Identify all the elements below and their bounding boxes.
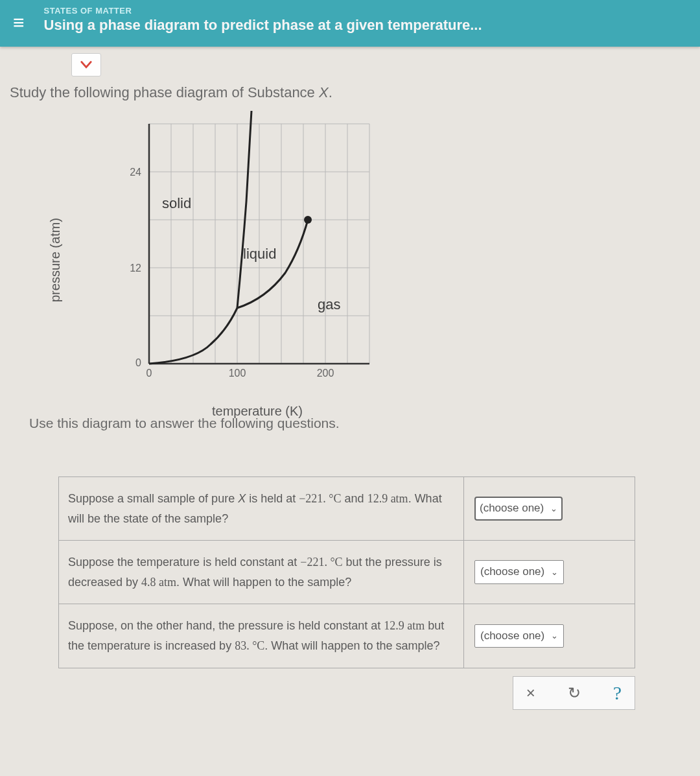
xtick-200: 200 <box>317 368 334 379</box>
instruction-1: Study the following phase diagram of Sub… <box>10 84 694 101</box>
instr1a: Study the following phase diagram of Sub… <box>10 84 319 100</box>
chevron-down-icon: ⌄ <box>550 502 557 516</box>
content-area: Study the following phase diagram of Sub… <box>0 53 700 710</box>
chevron-down-icon <box>80 60 92 69</box>
x-axis-label: temperature (K) <box>212 404 303 419</box>
critical-point <box>304 216 312 224</box>
question-1: Suppose a small sample of pure X is held… <box>59 477 464 541</box>
q2-pre: Suppose the temperature is held constant… <box>68 556 300 569</box>
answer-3-select[interactable]: (choose one) ⌄ <box>474 624 564 648</box>
q3-val1: 12.9 atm <box>384 619 425 632</box>
question-table: Suppose a small sample of pure X is held… <box>58 476 635 668</box>
ytick-12: 12 <box>130 263 141 274</box>
q1-var: X <box>238 492 246 505</box>
q2-val1: −221. °C <box>300 556 342 569</box>
region-gas-label: gas <box>318 296 340 313</box>
reset-button[interactable]: ↻ <box>561 683 587 703</box>
region-solid-label: solid <box>162 195 191 212</box>
q2-post: . What will happen to the sample? <box>176 576 351 589</box>
region-liquid-label: liquid <box>243 246 276 263</box>
instr1b: X <box>319 84 329 100</box>
question-3: Suppose, on the other hand, the pressure… <box>59 604 464 668</box>
bottom-toolbar: × ↻ ? <box>58 676 635 710</box>
answer-3-cell: (choose one) ⌄ <box>464 604 635 668</box>
a2-label: (choose one) <box>480 563 544 582</box>
q3-val2: 83. °C <box>235 639 264 652</box>
q3-post: . What will happen to the sample? <box>264 639 439 652</box>
hint-dropdown-button[interactable] <box>71 53 101 76</box>
chart-svg: 24 12 0 0 100 200 <box>97 104 382 390</box>
ytick-24: 24 <box>130 167 141 178</box>
answer-2-cell: (choose one) ⌄ <box>464 541 635 604</box>
table-row: Suppose a small sample of pure X is held… <box>59 477 635 541</box>
category-label: STATES OF MATTER <box>44 6 482 16</box>
answer-1-select[interactable]: (choose one) ⌄ <box>474 497 563 521</box>
ytick-0: 0 <box>135 357 141 368</box>
chevron-down-icon: ⌄ <box>551 565 558 580</box>
instruction-2: Use this diagram to answer the following… <box>29 416 694 431</box>
y-axis-label: pressure (atm) <box>48 218 63 302</box>
xtick-0: 0 <box>146 368 152 379</box>
a3-label: (choose one) <box>480 627 544 646</box>
action-box: × ↻ ? <box>513 676 635 710</box>
page-header: ≡ STATES OF MATTER Using a phase diagram… <box>0 0 700 47</box>
fusion-curve <box>237 111 251 308</box>
help-button[interactable]: ? <box>607 681 628 705</box>
q1-mid2: and <box>342 492 368 505</box>
page-title: Using a phase diagram to predict phase a… <box>44 17 482 34</box>
q1-val2: 12.9 atm <box>368 492 408 505</box>
phase-diagram-chart: pressure (atm) temperature (K) <box>65 104 415 416</box>
a1-label: (choose one) <box>480 499 544 518</box>
q1-val1: −221. °C <box>299 492 341 505</box>
table-row: Suppose the temperature is held constant… <box>59 541 635 604</box>
header-text: STATES OF MATTER Using a phase diagram t… <box>44 6 482 34</box>
q1-pre: Suppose a small sample of pure <box>68 492 238 505</box>
chevron-down-icon: ⌄ <box>551 629 558 643</box>
menu-icon[interactable]: ≡ <box>13 12 25 34</box>
answer-1-cell: (choose one) ⌄ <box>464 477 635 541</box>
q3-pre: Suppose, on the other hand, the pressure… <box>68 619 384 632</box>
clear-button[interactable]: × <box>520 683 542 703</box>
xtick-100: 100 <box>229 368 246 379</box>
table-row: Suppose, on the other hand, the pressure… <box>59 604 635 668</box>
q1-mid: is held at <box>246 492 299 505</box>
vaporization-curve <box>237 220 308 308</box>
question-2: Suppose the temperature is held constant… <box>59 541 464 604</box>
q2-val2: 4.8 atm <box>141 576 176 589</box>
answer-2-select[interactable]: (choose one) ⌄ <box>474 560 564 584</box>
instr1c: . <box>329 84 332 100</box>
